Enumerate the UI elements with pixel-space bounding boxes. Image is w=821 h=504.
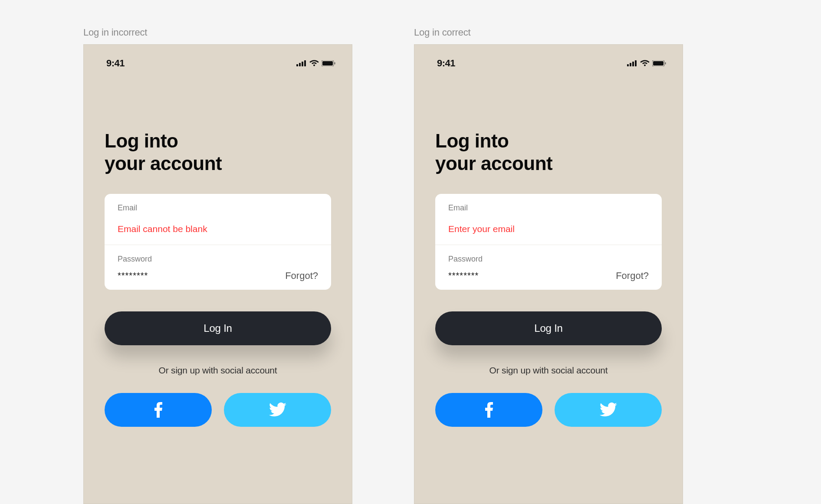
svg-rect-9 [632, 62, 634, 66]
login-button[interactable]: Log In [435, 311, 662, 345]
svg-rect-8 [630, 63, 631, 66]
svg-rect-6 [335, 62, 335, 65]
svg-rect-0 [296, 64, 298, 66]
svg-rect-5 [322, 61, 333, 65]
svg-rect-1 [299, 63, 301, 66]
status-bar: 9:41 [414, 57, 683, 70]
email-field-group[interactable]: Email Enter your email [435, 194, 662, 245]
facebook-button[interactable] [105, 393, 212, 427]
signup-caption: Or sign up with social account [105, 365, 331, 376]
svg-rect-2 [302, 62, 303, 66]
page-title: Log into your account [435, 130, 662, 175]
forgot-link[interactable]: Forgot? [616, 270, 649, 281]
cellular-icon [296, 60, 307, 66]
password-value[interactable]: ******** [118, 271, 148, 281]
title-line2: your account [105, 153, 222, 174]
forgot-link[interactable]: Forgot? [285, 270, 318, 281]
svg-rect-12 [653, 61, 663, 65]
email-placeholder-text: Enter your email [448, 224, 649, 234]
caption-correct: Log in correct [414, 27, 683, 38]
password-field-group[interactable]: Password ******** Forgot? [435, 245, 662, 290]
twitter-button[interactable] [555, 393, 662, 427]
twitter-button[interactable] [224, 393, 331, 427]
wifi-icon [640, 60, 650, 67]
svg-rect-3 [304, 60, 306, 66]
email-label: Email [448, 203, 649, 213]
login-card: Email Enter your email Password ********… [435, 194, 662, 290]
status-time: 9:41 [437, 58, 455, 69]
password-label: Password [118, 255, 318, 264]
wifi-icon [309, 60, 319, 67]
twitter-icon [600, 403, 617, 417]
svg-rect-13 [665, 62, 666, 65]
status-bar: 9:41 [84, 57, 352, 70]
status-time: 9:41 [106, 58, 125, 69]
title-line1: Log into [435, 130, 509, 151]
login-button[interactable]: Log In [105, 311, 331, 345]
password-field-group[interactable]: Password ******** Forgot? [105, 245, 331, 290]
battery-icon [322, 60, 335, 66]
caption-incorrect: Log in incorrect [83, 27, 352, 38]
twitter-icon [269, 403, 286, 417]
email-label: Email [118, 203, 318, 213]
battery-icon [652, 60, 666, 66]
email-field-group[interactable]: Email Email cannot be blank [105, 194, 331, 245]
cellular-icon [627, 60, 637, 66]
facebook-button[interactable] [435, 393, 542, 427]
email-error-text: Email cannot be blank [118, 224, 318, 234]
title-line1: Log into [105, 130, 178, 151]
phone-correct: 9:41 Log into your account Email Enter y… [414, 44, 683, 504]
facebook-icon [485, 402, 493, 418]
page-title: Log into your account [105, 130, 331, 175]
password-value[interactable]: ******** [448, 271, 479, 281]
login-card: Email Email cannot be blank Password ***… [105, 194, 331, 290]
svg-rect-7 [627, 64, 629, 66]
svg-rect-10 [635, 60, 637, 66]
signup-caption: Or sign up with social account [435, 365, 662, 376]
title-line2: your account [435, 153, 552, 174]
password-label: Password [448, 255, 649, 264]
phone-incorrect: 9:41 Log into your account Email Email c… [83, 44, 352, 504]
facebook-icon [154, 402, 162, 418]
